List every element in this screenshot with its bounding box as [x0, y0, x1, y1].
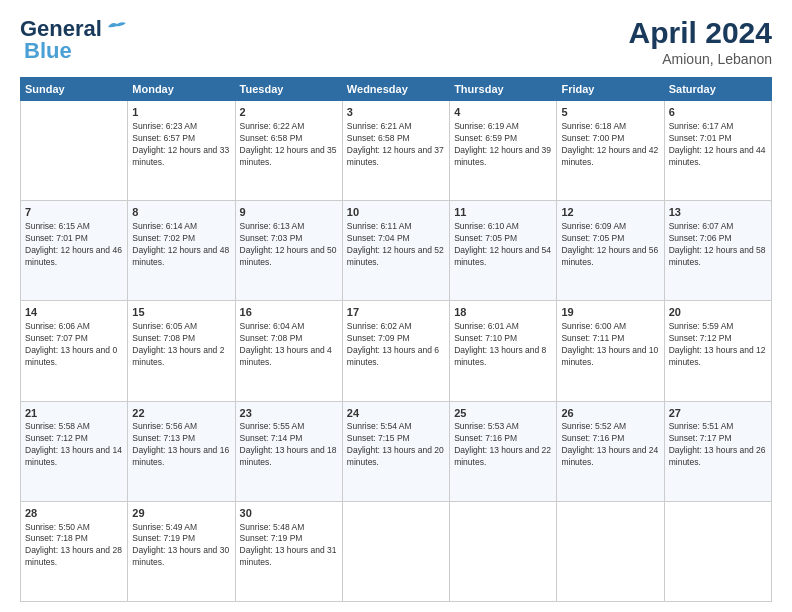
cell-date: 23: [240, 406, 338, 421]
location: Amioun, Lebanon: [629, 51, 772, 67]
table-row: 21Sunrise: 5:58 AMSunset: 7:12 PMDayligh…: [21, 401, 128, 501]
cell-info: Sunrise: 6:14 AMSunset: 7:02 PMDaylight:…: [132, 221, 230, 269]
table-row: 5Sunrise: 6:18 AMSunset: 7:00 PMDaylight…: [557, 101, 664, 201]
table-row: 1Sunrise: 6:23 AMSunset: 6:57 PMDaylight…: [128, 101, 235, 201]
table-row: 14Sunrise: 6:06 AMSunset: 7:07 PMDayligh…: [21, 301, 128, 401]
cell-info: Sunrise: 6:11 AMSunset: 7:04 PMDaylight:…: [347, 221, 445, 269]
cell-info: Sunrise: 5:51 AMSunset: 7:17 PMDaylight:…: [669, 421, 767, 469]
cell-info: Sunrise: 5:54 AMSunset: 7:15 PMDaylight:…: [347, 421, 445, 469]
cell-info: Sunrise: 6:18 AMSunset: 7:00 PMDaylight:…: [561, 121, 659, 169]
cell-info: Sunrise: 6:13 AMSunset: 7:03 PMDaylight:…: [240, 221, 338, 269]
table-row: 22Sunrise: 5:56 AMSunset: 7:13 PMDayligh…: [128, 401, 235, 501]
col-wednesday: Wednesday: [342, 78, 449, 101]
cell-date: 8: [132, 205, 230, 220]
cell-date: 11: [454, 205, 552, 220]
table-row: 9Sunrise: 6:13 AMSunset: 7:03 PMDaylight…: [235, 201, 342, 301]
calendar-week-row: 14Sunrise: 6:06 AMSunset: 7:07 PMDayligh…: [21, 301, 772, 401]
cell-date: 2: [240, 105, 338, 120]
logo: General Blue: [20, 16, 128, 64]
table-row: 10Sunrise: 6:11 AMSunset: 7:04 PMDayligh…: [342, 201, 449, 301]
table-row: 23Sunrise: 5:55 AMSunset: 7:14 PMDayligh…: [235, 401, 342, 501]
header: General Blue April 2024 Amioun, Lebanon: [20, 16, 772, 67]
table-row: 13Sunrise: 6:07 AMSunset: 7:06 PMDayligh…: [664, 201, 771, 301]
calendar-week-row: 28Sunrise: 5:50 AMSunset: 7:18 PMDayligh…: [21, 501, 772, 601]
table-row: 28Sunrise: 5:50 AMSunset: 7:18 PMDayligh…: [21, 501, 128, 601]
cell-info: Sunrise: 5:50 AMSunset: 7:18 PMDaylight:…: [25, 522, 123, 570]
cell-date: 26: [561, 406, 659, 421]
cell-info: Sunrise: 6:21 AMSunset: 6:58 PMDaylight:…: [347, 121, 445, 169]
cell-date: 16: [240, 305, 338, 320]
cell-date: 17: [347, 305, 445, 320]
cell-date: 29: [132, 506, 230, 521]
cell-date: 9: [240, 205, 338, 220]
calendar-table: Sunday Monday Tuesday Wednesday Thursday…: [20, 77, 772, 602]
cell-info: Sunrise: 6:09 AMSunset: 7:05 PMDaylight:…: [561, 221, 659, 269]
table-row: 8Sunrise: 6:14 AMSunset: 7:02 PMDaylight…: [128, 201, 235, 301]
table-row: 19Sunrise: 6:00 AMSunset: 7:11 PMDayligh…: [557, 301, 664, 401]
cell-info: Sunrise: 6:00 AMSunset: 7:11 PMDaylight:…: [561, 321, 659, 369]
cell-date: 24: [347, 406, 445, 421]
col-friday: Friday: [557, 78, 664, 101]
table-row: 15Sunrise: 6:05 AMSunset: 7:08 PMDayligh…: [128, 301, 235, 401]
logo-bird-icon: [106, 19, 128, 35]
cell-date: 7: [25, 205, 123, 220]
table-row: 24Sunrise: 5:54 AMSunset: 7:15 PMDayligh…: [342, 401, 449, 501]
cell-info: Sunrise: 5:48 AMSunset: 7:19 PMDaylight:…: [240, 522, 338, 570]
cell-date: 12: [561, 205, 659, 220]
table-row: 12Sunrise: 6:09 AMSunset: 7:05 PMDayligh…: [557, 201, 664, 301]
table-row: [557, 501, 664, 601]
table-row: [342, 501, 449, 601]
table-row: 4Sunrise: 6:19 AMSunset: 6:59 PMDaylight…: [450, 101, 557, 201]
col-sunday: Sunday: [21, 78, 128, 101]
cell-date: 4: [454, 105, 552, 120]
cell-info: Sunrise: 6:23 AMSunset: 6:57 PMDaylight:…: [132, 121, 230, 169]
table-row: 25Sunrise: 5:53 AMSunset: 7:16 PMDayligh…: [450, 401, 557, 501]
table-row: 2Sunrise: 6:22 AMSunset: 6:58 PMDaylight…: [235, 101, 342, 201]
cell-info: Sunrise: 6:02 AMSunset: 7:09 PMDaylight:…: [347, 321, 445, 369]
cell-info: Sunrise: 5:58 AMSunset: 7:12 PMDaylight:…: [25, 421, 123, 469]
logo-blue: Blue: [24, 38, 72, 64]
cell-date: 27: [669, 406, 767, 421]
table-row: 16Sunrise: 6:04 AMSunset: 7:08 PMDayligh…: [235, 301, 342, 401]
cell-info: Sunrise: 5:52 AMSunset: 7:16 PMDaylight:…: [561, 421, 659, 469]
cell-date: 22: [132, 406, 230, 421]
table-row: 26Sunrise: 5:52 AMSunset: 7:16 PMDayligh…: [557, 401, 664, 501]
table-row: [21, 101, 128, 201]
col-thursday: Thursday: [450, 78, 557, 101]
table-row: 6Sunrise: 6:17 AMSunset: 7:01 PMDaylight…: [664, 101, 771, 201]
cell-date: 30: [240, 506, 338, 521]
cell-info: Sunrise: 6:04 AMSunset: 7:08 PMDaylight:…: [240, 321, 338, 369]
cell-info: Sunrise: 5:53 AMSunset: 7:16 PMDaylight:…: [454, 421, 552, 469]
cell-info: Sunrise: 6:19 AMSunset: 6:59 PMDaylight:…: [454, 121, 552, 169]
cell-date: 15: [132, 305, 230, 320]
cell-date: 20: [669, 305, 767, 320]
table-row: 18Sunrise: 6:01 AMSunset: 7:10 PMDayligh…: [450, 301, 557, 401]
cell-info: Sunrise: 6:15 AMSunset: 7:01 PMDaylight:…: [25, 221, 123, 269]
calendar-week-row: 7Sunrise: 6:15 AMSunset: 7:01 PMDaylight…: [21, 201, 772, 301]
table-row: 29Sunrise: 5:49 AMSunset: 7:19 PMDayligh…: [128, 501, 235, 601]
cell-info: Sunrise: 6:05 AMSunset: 7:08 PMDaylight:…: [132, 321, 230, 369]
table-row: [450, 501, 557, 601]
cell-info: Sunrise: 5:59 AMSunset: 7:12 PMDaylight:…: [669, 321, 767, 369]
cell-date: 10: [347, 205, 445, 220]
cell-date: 14: [25, 305, 123, 320]
cell-date: 3: [347, 105, 445, 120]
cell-date: 18: [454, 305, 552, 320]
col-tuesday: Tuesday: [235, 78, 342, 101]
calendar-week-row: 21Sunrise: 5:58 AMSunset: 7:12 PMDayligh…: [21, 401, 772, 501]
table-row: 27Sunrise: 5:51 AMSunset: 7:17 PMDayligh…: [664, 401, 771, 501]
table-row: 30Sunrise: 5:48 AMSunset: 7:19 PMDayligh…: [235, 501, 342, 601]
table-row: 7Sunrise: 6:15 AMSunset: 7:01 PMDaylight…: [21, 201, 128, 301]
cell-date: 28: [25, 506, 123, 521]
cell-info: Sunrise: 6:07 AMSunset: 7:06 PMDaylight:…: [669, 221, 767, 269]
table-row: 20Sunrise: 5:59 AMSunset: 7:12 PMDayligh…: [664, 301, 771, 401]
cell-info: Sunrise: 6:10 AMSunset: 7:05 PMDaylight:…: [454, 221, 552, 269]
cell-date: 13: [669, 205, 767, 220]
cell-info: Sunrise: 6:01 AMSunset: 7:10 PMDaylight:…: [454, 321, 552, 369]
cell-date: 1: [132, 105, 230, 120]
table-row: 11Sunrise: 6:10 AMSunset: 7:05 PMDayligh…: [450, 201, 557, 301]
col-saturday: Saturday: [664, 78, 771, 101]
col-monday: Monday: [128, 78, 235, 101]
calendar-week-row: 1Sunrise: 6:23 AMSunset: 6:57 PMDaylight…: [21, 101, 772, 201]
cell-date: 19: [561, 305, 659, 320]
